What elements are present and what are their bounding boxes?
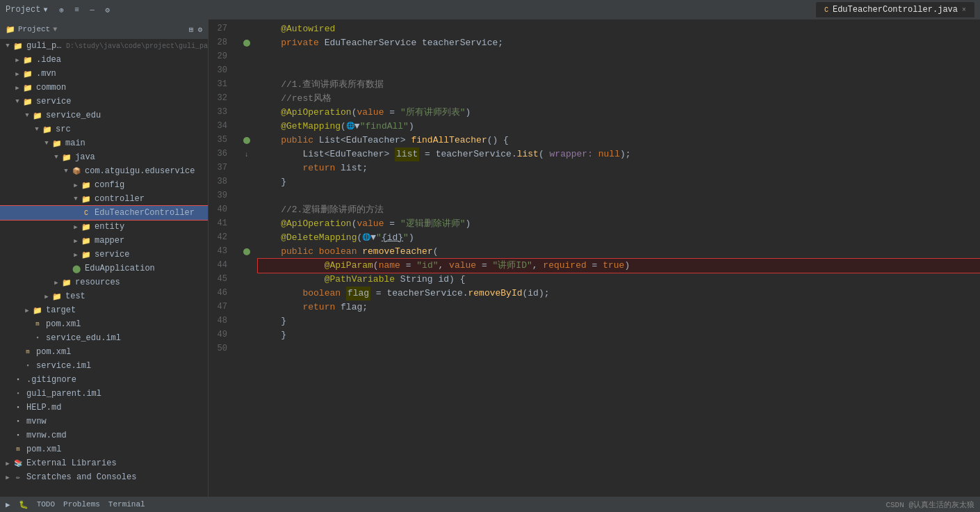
- breakpoint-dot[interactable]: [243, 137, 250, 144]
- sidebar-item-label: EduApplication: [85, 264, 208, 273]
- line-num: 40: [209, 203, 233, 217]
- code-line-28: private EduTeacherService teacherService…: [259, 36, 980, 50]
- sidebar-item-label: service_edu: [46, 111, 208, 120]
- sidebar-item-scratches[interactable]: ▶ ✏ Scratches and Consoles: [0, 470, 208, 484]
- line-num: 36: [209, 147, 233, 161]
- sidebar-item-src[interactable]: ▼ 📁 src: [0, 122, 208, 136]
- gutter-item: [240, 189, 254, 203]
- bottom-debug-icon[interactable]: 🐛: [19, 500, 28, 509]
- code-line-27: @Autowired: [259, 22, 980, 36]
- line-num: 38: [209, 175, 233, 189]
- sidebar-item-service-edu[interactable]: ▼ 📁 service_edu: [0, 109, 208, 122]
- sidebar-item-com-atguigu[interactable]: ▼ 📦 com.atguigu.eduservice: [0, 164, 208, 178]
- sidebar-item-label: mvnw.cmd: [26, 431, 208, 440]
- sidebar-item-mvnw[interactable]: ▪ mvnw: [0, 415, 208, 429]
- sidebar-item-service-edu-iml[interactable]: ▪ service_edu.iml: [0, 331, 208, 345]
- code-line-42: @DeleteMapping(🌐▼"{id}"): [259, 231, 980, 245]
- settings-icon[interactable]: ⚙: [197, 25, 202, 34]
- sidebar-item-label: test: [65, 291, 208, 301]
- collapse-icon[interactable]: ⊞: [189, 25, 194, 34]
- expand-arrow: ▼: [71, 195, 81, 202]
- sidebar-item-gitignore[interactable]: ▪ .gitignore: [0, 373, 208, 387]
- folder-icon: 📁: [42, 124, 53, 135]
- new-icon[interactable]: ⊕: [56, 4, 67, 15]
- sidebar-item-label: com.atguigu.eduservice: [85, 166, 208, 176]
- sidebar-item-mapper[interactable]: ▶ 📁 mapper: [0, 234, 208, 248]
- sidebar-item-pom-service-edu[interactable]: m pom.xml: [0, 317, 208, 331]
- expand-arrow: ▼: [13, 98, 22, 105]
- sidebar-item-help-md[interactable]: ▪ HELP.md: [0, 401, 208, 415]
- sidebar-item-test[interactable]: ▶ 📁 test: [0, 289, 208, 303]
- folder-icon: 📁: [22, 54, 33, 65]
- file-icon: ▪: [13, 374, 24, 385]
- sidebar-item-label: entity: [95, 222, 208, 232]
- breakpoint-dot[interactable]: [243, 40, 250, 47]
- code-lines[interactable]: @Autowired private EduTeacherService tea…: [254, 19, 980, 497]
- list-icon[interactable]: ≡: [71, 4, 82, 15]
- sidebar-item-guli-parent-iml[interactable]: ▪ guli_parent.iml: [0, 387, 208, 401]
- gutter-item: ↓: [240, 147, 254, 161]
- gutter-item: [240, 161, 254, 175]
- xml-icon: m: [32, 319, 43, 330]
- sidebar-item-label: guli_parent.iml: [26, 389, 208, 399]
- code-line-50: [259, 342, 980, 356]
- code-line-45: @PathVariable String id) {: [259, 273, 980, 287]
- expand-arrow: ▼: [3, 42, 13, 49]
- settings-icon[interactable]: ⚙: [101, 4, 113, 15]
- code-line-29: [259, 50, 980, 64]
- sidebar-item-service-pkg[interactable]: ▶ 📁 service: [0, 248, 208, 262]
- tab-close-icon[interactable]: ×: [962, 6, 966, 14]
- bottom-terminal-label[interactable]: Terminal: [108, 500, 145, 509]
- sidebar-item-service-iml[interactable]: ▪ service.iml: [0, 359, 208, 373]
- sidebar-item-common[interactable]: ▶ 📁 common: [0, 81, 208, 95]
- sidebar-item-resources[interactable]: ▶ 📁 resources: [0, 275, 208, 289]
- folder-icon: 📁: [22, 96, 33, 107]
- sidebar-item-guli-parent[interactable]: ▼ 📁 guli_parent D:\study\java\code\proje…: [0, 39, 208, 53]
- line-num: 39: [209, 189, 233, 203]
- gutter-item: [240, 134, 254, 147]
- bottom-run-icon[interactable]: ▶: [6, 500, 10, 509]
- minus-icon[interactable]: —: [86, 4, 97, 15]
- bottom-problems-label[interactable]: Problems: [63, 500, 100, 509]
- sidebar: 📁 Project ▼ ⊞ ⚙ ▼ 📁 guli_parent D:\study…: [0, 19, 209, 497]
- code-line-40: //2.逻辑删除讲师的方法: [259, 203, 980, 217]
- chevron-down-icon[interactable]: ▼: [43, 6, 47, 14]
- code-line-33: @ApiOperation(value = "所有讲师列表"): [259, 106, 980, 120]
- gutter-item: [240, 245, 254, 259]
- sidebar-item-idea[interactable]: ▶ 📁 .idea: [0, 53, 208, 67]
- sidebar-item-label: guli_parent: [26, 41, 63, 51]
- xml-icon: m: [13, 444, 24, 455]
- tab-edu-teacher-controller[interactable]: C EduTeacherController.java ×: [816, 2, 974, 17]
- code-line-35: public List<EduTeacher> findAllTeacher()…: [259, 134, 980, 147]
- code-editor: 27 28 29 30 31 32 33 34 35 36 37 38 39 4…: [209, 19, 980, 497]
- sidebar-item-label: config: [95, 180, 208, 190]
- sidebar-item-controller[interactable]: ▼ 📁 controller: [0, 192, 208, 206]
- sidebar-item-edu-teacher-controller[interactable]: C EduTeacherController: [0, 206, 208, 220]
- code-content: 27 28 29 30 31 32 33 34 35 36 37 38 39 4…: [209, 19, 980, 497]
- sidebar-item-entity[interactable]: ▶ 📁 entity: [0, 220, 208, 234]
- bottom-todo-label[interactable]: TODO: [37, 500, 55, 509]
- sidebar-item-java[interactable]: ▼ 📁 java: [0, 150, 208, 164]
- line-num: 34: [209, 120, 233, 134]
- line-num: 27: [209, 22, 233, 36]
- sidebar-item-external-libs[interactable]: ▶ 📚 External Libraries: [0, 456, 208, 470]
- sidebar-item-edu-application[interactable]: ⬤ EduApplication: [0, 262, 208, 275]
- sidebar-item-label: mvnw: [26, 417, 208, 426]
- sidebar-item-pom-root[interactable]: m pom.xml: [0, 442, 208, 456]
- sidebar-item-service[interactable]: ▼ 📁 service: [0, 95, 208, 109]
- gutter-item: [240, 273, 254, 287]
- project-icon: 📁: [6, 25, 15, 34]
- sidebar-item-main[interactable]: ▼ 📁 main: [0, 136, 208, 150]
- sidebar-item-pom-service[interactable]: m pom.xml: [0, 345, 208, 359]
- breakpoint-dot[interactable]: [243, 248, 250, 255]
- file-icon: ▪: [13, 430, 24, 441]
- expand-arrow: ▶: [3, 460, 13, 467]
- sidebar-chevron[interactable]: ▼: [53, 26, 57, 33]
- folder-icon: 📁: [81, 249, 92, 260]
- sidebar-item-mvnw-cmd[interactable]: ▪ mvnw.cmd: [0, 429, 208, 442]
- sidebar-item-mvn[interactable]: ▶ 📁 .mvn: [0, 67, 208, 81]
- package-icon: 📦: [71, 166, 82, 177]
- sidebar-item-label: mapper: [95, 236, 208, 246]
- sidebar-item-config[interactable]: ▶ 📁 config: [0, 178, 208, 192]
- sidebar-item-target[interactable]: ▶ 📁 target: [0, 303, 208, 317]
